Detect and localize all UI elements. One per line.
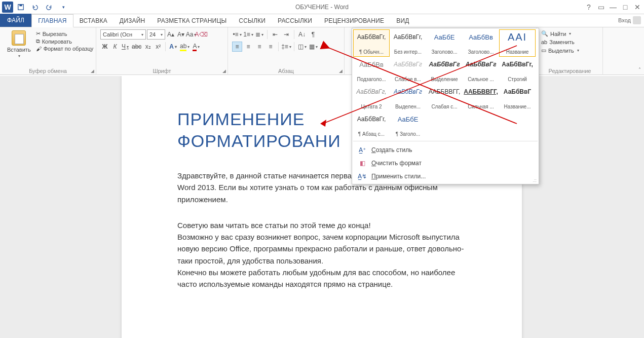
justify-icon[interactable]: ≡ — [266, 42, 276, 52]
tab-home[interactable]: ГЛАВНАЯ — [31, 14, 73, 27]
login-area[interactable]: Вход — [618, 16, 641, 24]
sort-icon[interactable]: A↓ — [297, 29, 307, 40]
redo-icon[interactable] — [43, 2, 56, 13]
shading-icon[interactable]: ◫▾ — [297, 42, 307, 52]
font-color-icon[interactable]: A▾ — [192, 42, 201, 52]
underline-button[interactable]: Ч▾ — [121, 42, 130, 52]
tab-references[interactable]: ССЫЛКИ — [233, 15, 272, 27]
format-painter-label: Формат по образцу — [44, 46, 94, 52]
window-controls: ? ▭ — □ ✕ — [584, 0, 642, 14]
create-style-icon: A̲⁺ — [358, 146, 366, 154]
create-style-button[interactable]: A̲⁺ Создать стиль — [353, 143, 538, 157]
style-gallery-item[interactable]: АаБбВвГгСлабое в... — [390, 57, 426, 84]
style-gallery-item[interactable]: АаБбЕЗаголово... — [426, 29, 463, 57]
style-gallery-item[interactable]: АаБбВвЗаголово... — [463, 29, 499, 57]
decrease-indent-icon[interactable]: ⇤ — [270, 29, 280, 40]
change-case-icon[interactable]: Aa▾ — [186, 29, 196, 40]
align-left-icon[interactable]: ≡ — [232, 42, 242, 52]
borders-icon[interactable]: ▦▾ — [308, 42, 318, 52]
highlight-color-icon[interactable]: ab▾ — [179, 42, 191, 52]
avatar-icon — [633, 16, 641, 24]
replace-button[interactable]: abЗаменить — [541, 38, 598, 46]
increase-indent-icon[interactable]: ⇥ — [281, 29, 291, 40]
copy-button[interactable]: ⧉Копировать — [36, 38, 94, 45]
format-painter-button[interactable]: 🖌Формат по образцу — [36, 46, 94, 52]
italic-button[interactable]: К — [110, 42, 120, 52]
font-launcher-icon[interactable]: ◢ — [222, 68, 226, 73]
line-spacing-icon[interactable]: ‡≡▾ — [281, 42, 291, 52]
tab-file[interactable]: ФАЙЛ — [0, 14, 31, 27]
tab-view[interactable]: ВИД — [390, 15, 415, 27]
apply-styles-button[interactable]: A̲↯ Применить стили... — [353, 170, 538, 183]
text-effects-icon[interactable]: A▾ — [168, 42, 178, 52]
style-gallery-item[interactable]: АаБбВвГгВыделение — [426, 57, 463, 84]
find-button[interactable]: 🔍Найти▾ — [541, 29, 598, 38]
document-area: ПРИМЕНЕНИЕ ФОРМАТИРОВАНИ Здравствуйте, в… — [0, 76, 644, 338]
tab-insert[interactable]: ВСТАВКА — [73, 15, 113, 27]
paste-button[interactable]: Вставить ▾ — [4, 29, 34, 67]
shrink-font-icon[interactable]: A▾ — [176, 29, 185, 40]
style-gallery-item[interactable]: АаБбВвГгСильное ... — [463, 57, 499, 84]
style-gallery-item[interactable]: АаБбВвПодзаголо... — [353, 57, 390, 84]
style-gallery-item[interactable]: АаБбВвГгВыделен... — [390, 84, 426, 111]
apply-styles-label: Применить стили... — [371, 173, 426, 180]
superscript-button[interactable]: x² — [154, 42, 163, 52]
style-gallery-item[interactable]: АаБбВвГг,Цитата 2 — [353, 84, 390, 111]
style-preview: ААІ — [508, 31, 527, 43]
tab-mailings[interactable]: РАССЫЛКИ — [272, 15, 318, 27]
show-hide-icon[interactable]: ¶ — [308, 29, 318, 40]
style-gallery-item[interactable]: АаБбВвГг,Без интер... — [390, 29, 426, 57]
style-gallery-item[interactable]: АаБбВвГг,Строгий — [499, 57, 536, 84]
strikethrough-button[interactable]: abc — [131, 42, 142, 52]
paste-label: Вставить — [7, 47, 31, 53]
close-icon[interactable]: ✕ — [633, 3, 642, 11]
ribbon-options-icon[interactable]: ▭ — [596, 3, 605, 11]
clear-formatting-icon[interactable]: A⌫ — [197, 29, 206, 40]
multilevel-list-icon[interactable]: ≣▾ — [254, 29, 264, 40]
style-gallery-item[interactable]: ААІНазвание — [499, 29, 536, 57]
word-logo: W — [2, 2, 13, 13]
font-name-combo[interactable]: Calibri (Осн▾ — [100, 29, 146, 40]
qat-dropdown-icon[interactable]: ▾ — [57, 2, 70, 13]
undo-icon[interactable] — [28, 2, 42, 13]
font-size-combo[interactable]: 24▾ — [147, 29, 165, 40]
style-gallery-item[interactable]: ААББВВГГ,Слабая с... — [426, 84, 463, 111]
minimize-icon[interactable]: — — [609, 3, 618, 11]
tab-review[interactable]: РЕЦЕНЗИРОВАНИЕ — [318, 15, 390, 27]
style-name-label: Выделение — [431, 77, 458, 82]
maximize-icon[interactable]: □ — [621, 3, 630, 11]
styles-grid: АаБбВвГг,¶ Обычн...АаБбВвГг,Без интер...… — [353, 29, 538, 139]
style-name-label: Без интер... — [394, 49, 422, 55]
tab-design[interactable]: ДИЗАЙН — [113, 15, 151, 27]
style-gallery-item[interactable]: АаБбВвГг,¶ Обычн... — [353, 29, 390, 57]
style-gallery-item[interactable]: АаБбВвГНазвание... — [499, 84, 536, 111]
clear-format-button[interactable]: ◧ Очистить формат — [353, 157, 538, 170]
resize-handle-icon[interactable]: .:: — [533, 178, 537, 183]
bullets-icon[interactable]: •≡▾ — [232, 29, 242, 40]
tab-layout[interactable]: РАЗМЕТКА СТРАНИЦЫ — [151, 15, 233, 27]
paragraph-launcher-icon[interactable]: ◢ — [339, 68, 343, 73]
clipboard-launcher-icon[interactable]: ◢ — [91, 68, 94, 73]
select-button[interactable]: ▭Выделить▾ — [541, 46, 598, 55]
align-right-icon[interactable]: ≡ — [254, 42, 264, 52]
collapse-ribbon-icon[interactable]: ˄ — [638, 67, 641, 72]
style-preview: АаБбВвГг, — [357, 114, 386, 125]
cut-button[interactable]: ✂Вырезать — [36, 30, 94, 37]
subscript-button[interactable]: x₂ — [143, 42, 153, 52]
style-gallery-item[interactable]: ААББВВГГ,Сильная ... — [463, 84, 499, 111]
brush-icon: 🖌 — [36, 46, 42, 52]
style-name-label: Название... — [504, 104, 531, 109]
style-preview: АаБбВвГ — [504, 86, 531, 97]
paragraph-2[interactable]: Советую вам читать все статьи по этой те… — [177, 219, 466, 290]
style-name-label: Выделен... — [395, 104, 421, 109]
style-gallery-item[interactable]: АаБбВвГг,¶ Абзац с... — [353, 111, 390, 139]
grow-font-icon[interactable]: A▴ — [166, 29, 175, 40]
bold-button[interactable]: Ж — [100, 42, 109, 52]
style-gallery-item[interactable]: АаБбЕ¶ Заголо... — [390, 111, 426, 139]
help-icon[interactable]: ? — [584, 3, 593, 11]
save-icon[interactable] — [14, 2, 27, 13]
style-name-label: Цитата 2 — [361, 104, 382, 109]
align-center-icon[interactable]: ≡ — [243, 42, 253, 52]
font-name-value: Calibri (Осн — [103, 31, 132, 37]
numbering-icon[interactable]: 1≡▾ — [243, 29, 253, 40]
